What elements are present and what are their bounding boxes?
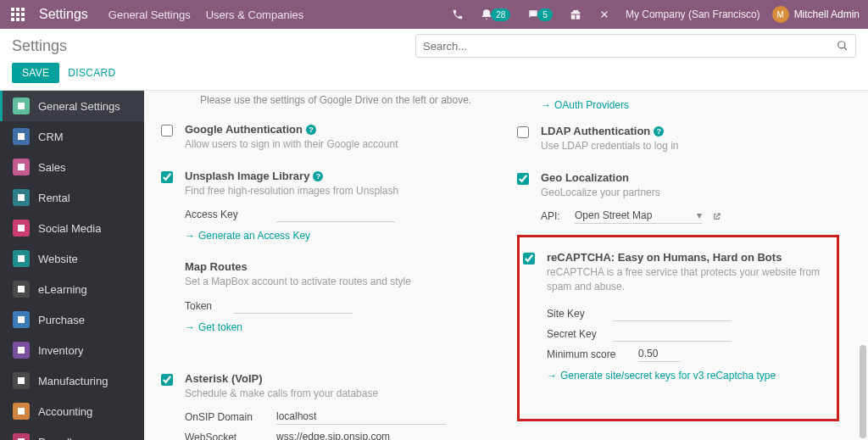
search-input-wrap[interactable] [415,34,856,58]
svg-rect-4 [16,13,19,16]
save-button[interactable]: SAVE [12,63,59,83]
websocket-input[interactable]: wss://edge.sip.onsip.com [276,430,446,440]
settings-col-left: Please use the settings of Google Drive … [144,91,500,440]
recaptcha-desc: reCAPTCHA is a free service that protect… [547,265,826,292]
secret-key-label: Secret Key [547,328,606,340]
site-key-input[interactable] [613,306,732,321]
sidebar-item-website[interactable]: Website [0,243,144,274]
search-input[interactable] [423,40,837,53]
setting-google-auth: Google Authentication? Allow users to si… [161,116,483,163]
sidebar-icon [13,403,30,420]
main: General SettingsCRMSalesRentalSocial Med… [0,91,868,440]
generate-access-key-link[interactable]: →Generate an Access Key [185,230,310,242]
setting-ldap: LDAP Authentication? Use LDAP credential… [517,118,839,164]
sidebar-item-label: Website [38,253,78,265]
asterisk-checkbox[interactable] [161,374,173,386]
activity-badge: 28 [491,8,510,21]
google-auth-title: Google Authentication [185,123,303,136]
sidebar-item-crm[interactable]: CRM [0,121,144,152]
sidebar-item-payroll[interactable]: Payroll [0,426,144,440]
sidebar-icon [13,189,30,206]
access-key-label: Access Key [185,209,270,220]
google-auth-desc: Allow users to sign in with their Google… [185,137,483,151]
onsip-label: OnSIP Domain [185,411,270,423]
company-selector[interactable]: My Company (San Francisco) [626,8,760,20]
apps-icon[interactable] [8,5,27,24]
recaptcha-title: reCAPTCHA: Easy on Humans, Hard on Bots [547,251,782,264]
sidebar-item-elearning[interactable]: eLearning [0,274,144,304]
geo-checkbox[interactable] [517,173,529,185]
google-auth-checkbox[interactable] [161,125,173,136]
sidebar-item-inventory[interactable]: Inventory [0,335,144,365]
access-key-input[interactable] [276,207,395,222]
sidebar-item-label: Purchase [38,314,85,326]
onsip-input[interactable]: localhost [276,409,446,425]
ldap-desc: Use LDAP credentials to log in [541,139,839,153]
sidebar-icon [13,128,30,145]
help-icon[interactable]: ? [306,125,316,135]
external-link-icon[interactable] [712,212,721,221]
svg-rect-6 [11,18,14,21]
page-title: Settings [12,37,67,55]
sidebar-icon [13,159,30,175]
asterisk-desc: Schedule & make calls from your database [185,387,483,400]
help-icon[interactable]: ? [313,171,323,181]
discard-button[interactable]: DISCARD [68,67,115,79]
sidebar-icon [13,433,30,440]
user-name: Mitchell Admin [794,8,860,20]
maproutes-title: Map Routes [185,260,248,273]
messaging-badge: 5 [537,8,553,21]
setting-geolocalization: Geo Localization GeoLocalize your partne… [517,164,839,238]
oauth-providers-link[interactable]: →OAuth Providers [541,99,629,111]
settings-col-right: →OAuth Providers LDAP Authentication? Us… [500,91,856,440]
sidebar-item-label: CRM [38,131,64,143]
sidebar-item-label: Inventory [38,344,83,357]
token-input[interactable] [234,298,353,314]
setting-asterisk: Asterisk (VoIP) Schedule & make calls fr… [161,365,483,440]
get-token-link[interactable]: →Get token [185,321,242,333]
gift-icon[interactable] [565,5,587,24]
sidebar-item-label: Social Media [38,222,101,235]
geo-api-select[interactable]: Open Street Map▾ [575,209,702,224]
svg-rect-8 [21,18,25,21]
sidebar-item-social-media[interactable]: Social Media [0,213,144,243]
ldap-title: LDAP Authentication [541,125,650,137]
sidebar-item-sales[interactable]: Sales [0,152,144,182]
sidebar-item-accounting[interactable]: Accounting [0,396,144,426]
ldap-checkbox[interactable] [517,126,529,138]
scrollbar-thumb[interactable] [860,345,866,438]
setting-unsplash: Unsplash Image Library? Find free high-r… [161,163,483,253]
sidebar-icon [13,281,30,298]
generate-recaptcha-keys-link[interactable]: →Generate site/secret keys for v3 reCapt… [547,370,776,382]
sidebar-icon [13,311,30,328]
activity-icon[interactable]: 28 [476,5,515,24]
svg-rect-1 [16,8,19,11]
svg-rect-7 [16,18,19,21]
phone-icon[interactable] [447,5,469,24]
min-score-input[interactable]: 0.50 [638,347,681,362]
sidebar-item-label: Payroll [38,436,72,441]
settings-sidebar: General SettingsCRMSalesRentalSocial Med… [0,91,144,440]
sidebar-item-general-settings[interactable]: General Settings [0,91,144,121]
secret-key-input[interactable] [613,326,732,342]
messaging-icon[interactable]: 5 [522,5,558,24]
recaptcha-checkbox[interactable] [523,253,535,265]
svg-rect-5 [21,13,25,16]
control-panel: Settings SAVE DISCARD [0,29,868,91]
nav-users-companies[interactable]: Users & Companies [206,8,304,21]
geo-title: Geo Localization [541,171,629,184]
sidebar-icon [13,220,30,237]
sidebar-icon [13,97,30,114]
sidebar-item-manufacturing[interactable]: Manufacturing [0,365,144,396]
sidebar-item-purchase[interactable]: Purchase [0,304,144,335]
setting-recaptcha: reCAPTCHA: Easy on Humans, Hard on Bots … [523,244,826,384]
close-tray-icon[interactable] [593,5,615,24]
help-icon[interactable]: ? [654,126,664,136]
user-menu[interactable]: M Mitchell Admin [772,6,860,23]
sidebar-item-rental[interactable]: Rental [0,182,144,213]
nav-general-settings[interactable]: General Settings [108,8,191,21]
unsplash-desc: Find free high-resolution images from Un… [185,184,483,198]
unsplash-checkbox[interactable] [161,171,173,183]
sidebar-item-label: Sales [38,161,66,174]
websocket-label: WebSocket [185,432,270,440]
